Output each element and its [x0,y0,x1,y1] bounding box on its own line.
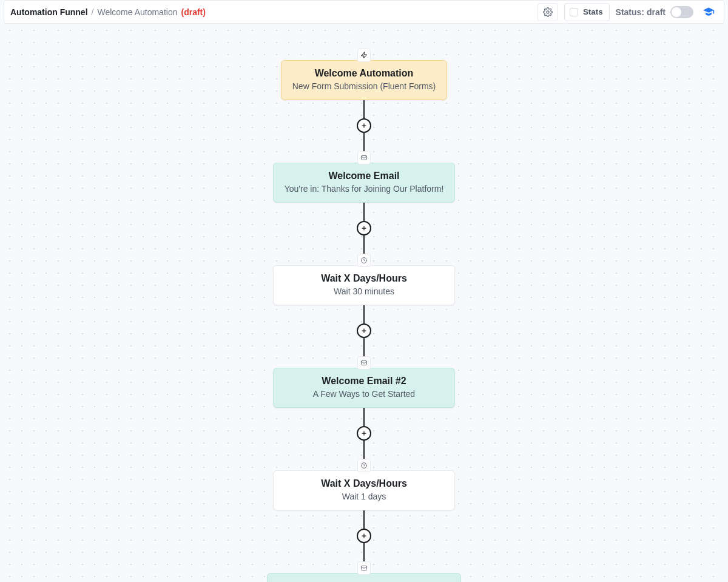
breadcrumb-separator: / [92,7,94,17]
mail-icon [360,564,368,572]
clock-icon [360,257,368,264]
settings-button[interactable] [538,3,558,21]
connector [363,203,365,254]
stats-checkbox [570,8,578,16]
plus-icon [360,327,368,334]
step-subtitle: Wait 1 days [285,492,443,501]
wait-node[interactable]: Wait X Days/Hours Wait 1 days [273,470,455,510]
step-subtitle: A Few Ways to Get Started [285,389,443,399]
svg-marker-1 [362,52,367,58]
trigger-icon-box [357,49,371,62]
stats-toggle-button[interactable]: Stats [564,3,610,21]
plus-icon [360,532,368,540]
help-button[interactable] [699,3,718,21]
step-title: Wait X Days/Hours [285,478,443,489]
email-node[interactable]: Welcome Email #2 A Few Ways to Get Start… [273,368,455,408]
mail-icon [360,154,368,161]
connector [363,408,365,459]
step-icon-box [357,151,371,164]
add-step-button[interactable] [357,221,371,235]
trigger-subtitle: New Form Submission (Fluent Forms) [292,81,436,91]
status-group: Status: draft [616,6,693,18]
automation-canvas[interactable]: Welcome Automation New Form Submission (… [4,24,724,582]
breadcrumb-draft-badge: (draft) [181,7,205,17]
email-node[interactable]: Welcome Email You're in: Thanks for Join… [273,163,456,203]
step-icon-box [357,459,371,472]
status-label: Status: draft [616,7,666,17]
stats-label: Stats [583,7,603,16]
step-icon-box [357,561,371,575]
breadcrumb: Automation Funnel / Welcome Automation (… [10,7,206,17]
automation-flow: Welcome Automation New Form Submission (… [267,49,461,582]
add-step-button[interactable] [357,118,371,133]
step-subtitle: Wait 30 minutes [285,286,443,296]
breadcrumb-current: Welcome Automation [97,7,177,17]
bolt-icon [360,52,368,59]
step-subtitle: You're in: Thanks for Joining Our Platfo… [285,184,444,194]
add-step-button[interactable] [357,323,371,338]
connector [363,510,365,561]
status-toggle[interactable] [670,6,693,18]
add-step-button[interactable] [357,426,371,441]
breadcrumb-root[interactable]: Automation Funnel [10,7,88,17]
trigger-node[interactable]: Welcome Automation New Form Submission (… [281,60,448,100]
mail-icon [360,359,368,367]
step-title: Welcome Email [285,171,444,181]
plus-icon [360,430,368,437]
connector [363,305,365,356]
add-step-button[interactable] [357,529,371,543]
header-actions: Stats Status: draft [538,3,718,21]
svg-point-0 [547,11,549,13]
step-title: Wait X Days/Hours [285,273,443,284]
gear-icon [543,7,553,17]
trigger-title: Welcome Automation [292,68,436,79]
plus-icon [360,225,368,232]
graduation-cap-icon [703,6,715,18]
wait-node[interactable]: Wait X Days/Hours Wait 30 minutes [273,265,455,305]
plus-icon [360,122,368,129]
clock-icon [360,462,368,469]
connector [363,100,365,151]
step-icon-box [357,356,371,370]
header-bar: Automation Funnel / Welcome Automation (… [4,0,724,24]
step-title: Welcome Email #2 [285,376,443,387]
step-icon-box [357,254,371,267]
